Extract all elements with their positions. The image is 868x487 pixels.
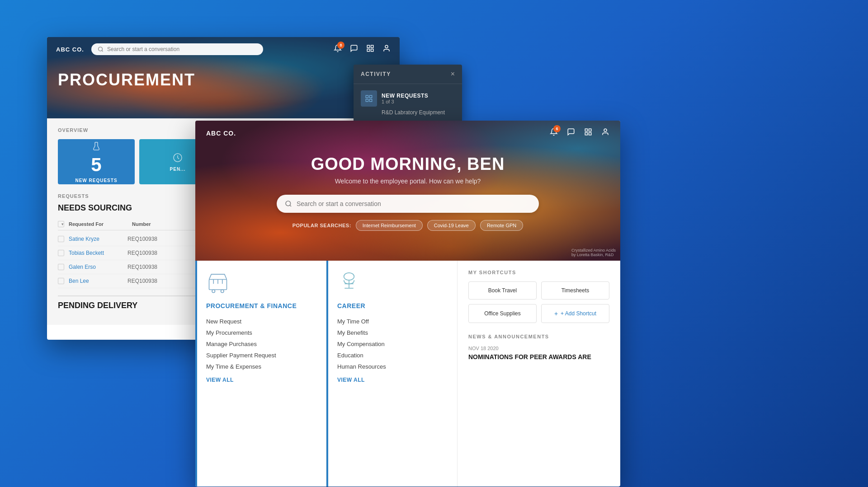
row-checkbox-1[interactable] bbox=[58, 236, 64, 242]
popular-label: POPULAR SEARCHES: bbox=[292, 223, 351, 228]
procurement-col-content: PROCUREMENT & FINANCE New Request My Pro… bbox=[195, 261, 326, 392]
svg-point-21 bbox=[221, 290, 224, 293]
svg-rect-8 bbox=[366, 95, 368, 98]
menu-my-time-off[interactable]: My Time Off bbox=[337, 316, 448, 327]
svg-line-1 bbox=[102, 51, 103, 52]
svg-rect-15 bbox=[589, 133, 591, 135]
career-col-content: CAREER My Time Off My Benefits My Compen… bbox=[326, 261, 457, 392]
svg-rect-11 bbox=[370, 99, 372, 102]
chip-remote-gpn[interactable]: Remote GPN bbox=[480, 220, 523, 231]
row-name-4[interactable]: Ben Lee bbox=[69, 278, 123, 284]
menu-manage-purchases[interactable]: Manage Purchases bbox=[206, 338, 317, 350]
menu-my-procurements[interactable]: My Procurements bbox=[206, 327, 317, 338]
portal-logo: ABC CO. bbox=[206, 130, 236, 137]
user-icon-procurement[interactable] bbox=[382, 44, 391, 55]
new-requests-card[interactable]: 5 NEW REQUESTS bbox=[58, 139, 135, 184]
greeting-title: GOOD MORNING, BEN bbox=[206, 155, 609, 174]
procurement-search-box[interactable] bbox=[91, 43, 263, 55]
procurement-section-title: PROCUREMENT & FINANCE bbox=[206, 302, 317, 309]
svg-point-0 bbox=[99, 47, 103, 51]
procurement-accent-bar bbox=[195, 261, 197, 487]
plus-icon: + bbox=[554, 310, 558, 317]
add-shortcut-button[interactable]: + + Add Shortcut bbox=[541, 304, 609, 323]
activity-item-icon bbox=[361, 90, 377, 107]
activity-item-description: R&D Labratory Equipment bbox=[361, 109, 455, 116]
svg-point-20 bbox=[212, 290, 215, 293]
news-title: NEWS & ANNOUNCEMENTS bbox=[468, 334, 609, 339]
procurement-finance-column: PROCUREMENT & FINANCE New Request My Pro… bbox=[195, 261, 326, 487]
header-credit: Crystallized Amino Acidsby Loretta Baski… bbox=[571, 248, 616, 257]
grid-icon-procurement[interactable] bbox=[366, 44, 374, 55]
activity-item-header: NEW REQUESTS 1 of 3 bbox=[361, 90, 455, 107]
bell-icon-portal[interactable]: 6 bbox=[550, 128, 558, 138]
row-req-3: REQ100938 bbox=[127, 264, 157, 270]
career-icon-wrap bbox=[337, 271, 448, 296]
search-icon bbox=[98, 46, 104, 52]
svg-rect-5 bbox=[371, 49, 373, 51]
portal-search-input[interactable] bbox=[297, 200, 531, 207]
col-number: Number bbox=[132, 221, 151, 227]
chip-covid-leave[interactable]: Covid-19 Leave bbox=[427, 220, 476, 231]
procurement-view-all[interactable]: VIEW ALL bbox=[206, 377, 317, 383]
portal-search-icon bbox=[285, 200, 292, 207]
procurement-search-input[interactable] bbox=[107, 46, 257, 52]
menu-time-expenses[interactable]: My Time & Expenses bbox=[206, 361, 317, 372]
row-checkbox-4[interactable] bbox=[58, 278, 64, 284]
chip-internet-reimbursement[interactable]: Internet Reimbursement bbox=[356, 220, 423, 231]
menu-education[interactable]: Education bbox=[337, 350, 448, 361]
new-requests-label: NEW REQUESTS bbox=[75, 178, 117, 183]
shortcuts-grid: Book Travel Timesheets Office Supplies +… bbox=[468, 281, 609, 323]
svg-rect-12 bbox=[585, 129, 587, 131]
svg-rect-4 bbox=[367, 49, 369, 51]
menu-new-request[interactable]: New Request bbox=[206, 316, 317, 327]
portal-search-bar[interactable] bbox=[277, 195, 539, 213]
svg-line-18 bbox=[290, 205, 291, 206]
svg-rect-14 bbox=[585, 133, 587, 135]
close-button[interactable]: × bbox=[451, 70, 455, 78]
svg-rect-9 bbox=[370, 95, 372, 98]
procurement-topbar: ABC CO. 8 bbox=[47, 37, 400, 61]
row-name-3[interactable]: Galen Erso bbox=[69, 264, 123, 270]
cart-icon bbox=[206, 271, 230, 294]
chat-icon-portal[interactable] bbox=[567, 128, 575, 138]
svg-point-16 bbox=[604, 129, 607, 131]
procurement-header: ABC CO. 8 bbox=[47, 37, 400, 118]
right-column: MY SHORTCUTS Book Travel Timesheets Offi… bbox=[458, 261, 620, 487]
grid-icon-portal[interactable] bbox=[584, 128, 592, 138]
menu-my-compensation[interactable]: My Compensation bbox=[337, 338, 448, 350]
flask-icon bbox=[91, 141, 102, 152]
bell-badge: 8 bbox=[337, 42, 344, 49]
book-travel-shortcut[interactable]: Book Travel bbox=[468, 281, 537, 300]
news-headline: NOMINATIONS FOR PEER AWARDS ARE bbox=[468, 353, 609, 361]
timesheets-shortcut[interactable]: Timesheets bbox=[541, 281, 609, 300]
new-requests-count: 5 bbox=[91, 155, 101, 174]
user-icon-portal[interactable] bbox=[601, 128, 609, 138]
portal-body: PROCUREMENT & FINANCE New Request My Pro… bbox=[195, 261, 620, 487]
row-req-1: REQ100938 bbox=[127, 236, 157, 242]
portal-greeting: GOOD MORNING, BEN Welcome to the employe… bbox=[195, 145, 620, 231]
row-req-4: REQ100938 bbox=[127, 278, 157, 284]
menu-human-resources[interactable]: Human Resources bbox=[337, 361, 448, 372]
greeting-subtitle: Welcome to the employee portal. How can … bbox=[206, 178, 609, 185]
portal-window: ABC CO. 6 bbox=[195, 121, 620, 487]
office-supplies-shortcut[interactable]: Office Supplies bbox=[468, 304, 537, 323]
svg-point-6 bbox=[385, 45, 388, 48]
career-view-all[interactable]: VIEW ALL bbox=[337, 377, 448, 383]
select-all-checkbox[interactable]: ▾ bbox=[58, 221, 64, 227]
row-req-2: REQ100938 bbox=[127, 250, 157, 256]
row-checkbox-3[interactable] bbox=[58, 264, 64, 270]
row-name-1[interactable]: Satine Kryze bbox=[69, 236, 123, 242]
bell-icon-procurement[interactable]: 8 bbox=[334, 44, 342, 55]
svg-point-25 bbox=[344, 273, 354, 280]
procurement-logo: ABC CO. bbox=[56, 46, 84, 53]
menu-my-benefits[interactable]: My Benefits bbox=[337, 327, 448, 338]
row-checkbox-2[interactable] bbox=[58, 250, 64, 256]
row-name-2[interactable]: Tobias Beckett bbox=[69, 250, 123, 256]
activity-item-title: NEW REQUESTS bbox=[382, 93, 428, 99]
activity-item-info: NEW REQUESTS 1 of 3 bbox=[382, 93, 428, 104]
svg-rect-2 bbox=[367, 45, 369, 47]
menu-supplier-payment[interactable]: Supplier Payment Request bbox=[206, 350, 317, 361]
chat-icon-procurement[interactable] bbox=[350, 44, 358, 55]
svg-rect-3 bbox=[371, 45, 373, 47]
col-requested-for: Requested For bbox=[69, 221, 127, 227]
